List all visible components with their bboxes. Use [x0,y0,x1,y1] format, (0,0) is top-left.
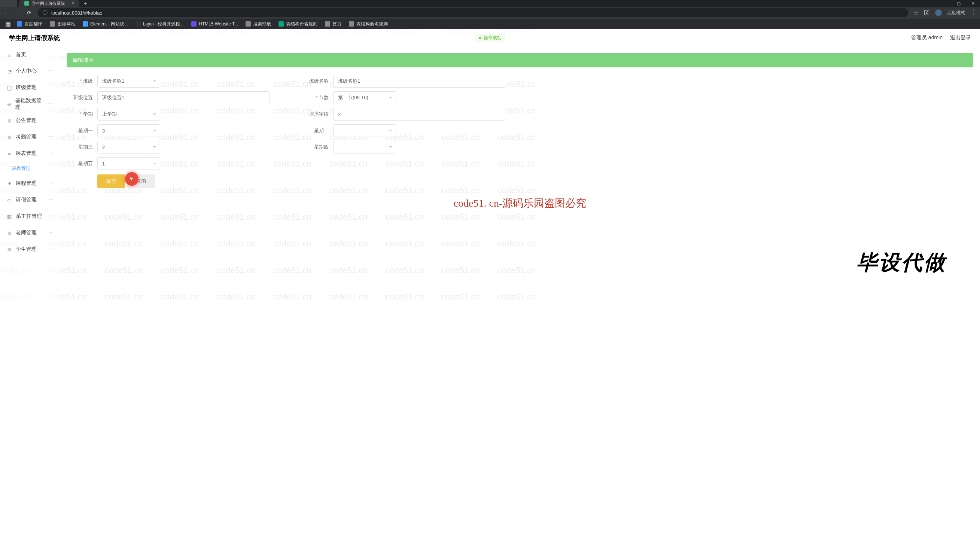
section-select[interactable]: 第二节(09-10) [333,91,396,104]
current-user: 管理员 admin [911,35,943,41]
bookmark-label: 搜索壁纸 [253,21,271,27]
app-header: 学生网上请假系统 操作成功 管理员 admin 退出登录 [0,29,980,46]
sidebar-icon: ⊘ [7,230,12,235]
sidebar-label: 课程管理 [16,180,37,187]
sidebar-label: 基础数据管理 [15,97,45,111]
chevron-down-icon: ﹀ [49,197,53,203]
tue-select[interactable] [333,124,396,137]
classpos-input[interactable] [97,91,269,104]
tue-label: 星期二 [302,127,333,134]
promo-text: 毕设代做 [856,248,946,277]
sidebar-icon: ◔ [7,68,12,74]
toast-success: 操作成功 [475,34,505,42]
bookmark-item[interactable]: 图标网站 [47,20,78,28]
sidebar-item[interactable]: ◯班级管理 [0,79,60,96]
sidebar-item[interactable]: ▥系主任管理﹀ [0,208,60,224]
classname-label: 班级名称 [302,78,333,84]
new-tab-button[interactable]: + [80,0,91,6]
sidebar-label: 公告管理 [16,117,37,124]
wed-select[interactable]: 2 [97,141,160,153]
bookmark-label: 图标网站 [57,21,75,27]
site-info-icon[interactable]: ⓘ [43,10,48,16]
mon-select[interactable]: 3 [97,124,160,137]
chevron-down-icon: ﹀ [49,151,53,156]
term-label: 学期 [67,111,97,118]
bookmark-item[interactable]: Element - 网站快... [80,20,131,28]
chevron-down-icon: ﹀ [49,214,53,219]
sidebar-icon: ⊙ [7,134,12,140]
sidebar-label: 课表管理 [16,150,37,157]
wed-label: 星期三 [67,144,97,151]
bookmark-star-icon[interactable]: ☆ [913,10,919,16]
sidebar: ⌂首页◔个人中心﹀◯班级管理⊕基础数据管理﹀⊘公告管理⊙考勤管理﹀≡课表管理﹀课… [0,46,60,308]
bookmark-item[interactable]: 搜索壁纸 [243,20,274,28]
class-label: 班级 [67,78,97,84]
sidebar-item[interactable]: ≡课表管理﹀ [0,145,60,162]
sidebar-item[interactable]: ⊘公告管理 [0,112,60,129]
bookmark-label: HTML5 Website T... [199,21,238,27]
key-icon[interactable]: ⚿ [924,10,930,16]
url-text: localhost:8081/#/kebiao [51,10,103,16]
url-input[interactable]: ⓘ localhost:8081/#/kebiao [37,8,908,17]
sidebar-label: 学生管理 [16,246,37,253]
browser-address-bar: ← → ⟳ ⓘ localhost:8081/#/kebiao ☆ ⚿ 👤 无痕… [0,7,980,19]
chevron-down-icon: ﹀ [49,246,53,252]
term-select[interactable]: 上学期 [97,108,160,121]
menu-icon[interactable]: ⋮ [970,10,976,16]
bookmark-item[interactable]: 表结构命名规则 [346,20,391,28]
bookmark-item[interactable]: HTML5 Website T... [188,20,241,28]
window-min-icon[interactable]: — [937,1,951,6]
sidebar-label: 请假管理 [16,197,37,203]
sidebar-label: 考勤管理 [16,134,37,140]
sidebar-subitem[interactable]: 课表管理 [0,162,60,175]
sidebar-item[interactable]: ✈课程管理﹀ [0,175,60,192]
sidebar-label: 老师管理 [16,229,37,236]
sidebar-icon: ⊕ [7,102,12,107]
nav-reload-icon[interactable]: ⟳ [26,10,32,16]
sidebar-item[interactable]: ⊘老师管理﹀ [0,224,60,241]
bookmark-item[interactable]: Layui - 经典开源模... [132,20,187,28]
bookmark-label: 表结构命名规则 [286,21,317,27]
nav-back-icon[interactable]: ← [4,10,10,16]
thu-select[interactable] [333,141,396,153]
sidebar-item[interactable]: ⊕基础数据管理﹀ [0,96,60,112]
bookmark-item[interactable]: 首页 [322,20,344,28]
profile-avatar-icon[interactable]: 👤 [935,10,942,16]
classname-input[interactable] [333,75,506,87]
apps-icon[interactable]: ▦ [4,21,12,28]
submit-button[interactable]: 提交 [97,175,125,188]
sidebar-item[interactable]: ✉学生管理﹀ [0,241,60,258]
bookmark-label: Element - 网站快... [90,21,128,27]
bookmark-item[interactable]: 百度翻译 [14,20,45,28]
bookmark-favicon-icon [135,21,141,27]
sidebar-item[interactable]: ⌂首页 [0,46,60,63]
fri-label: 星期五 [67,160,97,167]
bookmark-favicon-icon [349,21,354,27]
nav-forward-icon[interactable]: → [15,10,21,16]
sidebar-label: 系主任管理 [16,213,42,220]
browser-titlebar: 学生网上请假系统 × + — ▢ ✕ [0,0,980,7]
sort-label: 排序字段 [302,111,333,118]
window-max-icon[interactable]: ▢ [951,1,966,6]
bookmark-favicon-icon [50,21,55,27]
favicon-icon [24,1,29,6]
bookmark-favicon-icon [245,21,251,27]
class-select[interactable]: 班级名称1 [97,75,160,87]
sort-input[interactable] [333,108,506,121]
window-close-icon[interactable]: ✕ [966,1,980,6]
sidebar-item[interactable]: ▭请假管理﹀ [0,192,60,208]
sidebar-icon: ✈ [7,181,12,186]
sidebar-label: 班级管理 [16,84,37,91]
bookmark-favicon-icon [325,21,330,27]
chevron-down-icon: ﹀ [49,181,53,186]
fri-select[interactable]: 1 [97,157,160,170]
logout-link[interactable]: 退出登录 [950,35,971,41]
sidebar-item[interactable]: ⊙考勤管理﹀ [0,129,60,145]
sidebar-item[interactable]: ◔个人中心﹀ [0,63,60,79]
tab-close-icon[interactable]: × [72,1,74,6]
browser-tab[interactable]: 学生网上请假系统 × [19,0,80,7]
main-content: 编辑课表 班级 班级名称1 班级名称 班级位置 [60,46,980,308]
schedule-form: 班级 班级名称1 班级名称 班级位置 节数 第二节(09- [67,75,973,188]
bookmark-favicon-icon [17,21,22,27]
bookmark-item[interactable]: 表结构命名规则 [275,20,320,28]
